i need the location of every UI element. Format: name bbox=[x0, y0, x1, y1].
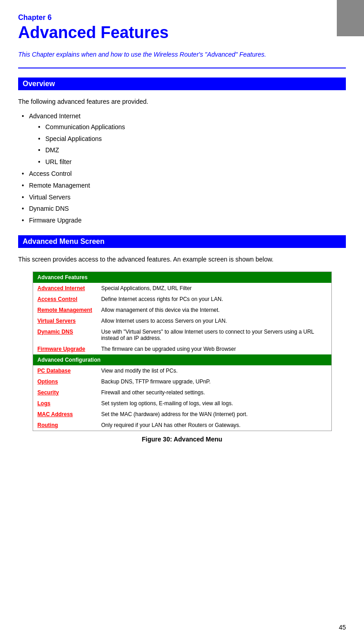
chapter-title: Advanced Features bbox=[18, 24, 346, 42]
list-item: Special Applications bbox=[29, 134, 346, 145]
list-item: Firmware Upgrade bbox=[18, 215, 346, 226]
table-row: Options Backup DNS, TFTP firmware upgrad… bbox=[33, 376, 331, 387]
overview-header: Overview bbox=[18, 78, 346, 90]
menu-desc: Only required if your LAN has other Rout… bbox=[97, 420, 331, 431]
menu-link-pc-database[interactable]: PC Database bbox=[38, 368, 71, 374]
menu-desc: Set system log options, E-mailing of log… bbox=[97, 398, 331, 409]
menu-link-firmware-upgrade[interactable]: Firmware Upgrade bbox=[38, 346, 85, 352]
menu-link-virtual-servers[interactable]: Virtual Servers bbox=[38, 318, 76, 324]
menu-table-wrapper: Advanced Features Advanced Internet Spec… bbox=[18, 272, 346, 431]
menu-desc: View and modify the list of PCs. bbox=[97, 365, 331, 376]
config-subheader: Advanced Configuration bbox=[33, 354, 331, 365]
menu-desc: Define Internet access rights for PCs on… bbox=[97, 294, 331, 305]
chapter-label: Chapter 6 bbox=[18, 14, 346, 22]
table-row: Routing Only required if your LAN has ot… bbox=[33, 420, 331, 431]
menu-link-remote-management[interactable]: Remote Management bbox=[38, 307, 92, 313]
table-row: Advanced Internet Special Applications, … bbox=[33, 283, 331, 294]
menu-desc: Special Applications, DMZ, URL Filter bbox=[97, 283, 331, 294]
corner-decoration bbox=[337, 0, 364, 36]
menu-table: Advanced Features Advanced Internet Spec… bbox=[33, 272, 332, 431]
table-row: Logs Set system log options, E-mailing o… bbox=[33, 398, 331, 409]
list-item: URL filter bbox=[29, 157, 346, 168]
table-row: Access Control Define Internet access ri… bbox=[33, 294, 331, 305]
menu-link-options[interactable]: Options bbox=[38, 378, 58, 385]
list-item: Dynamic DNS bbox=[18, 204, 346, 214]
table-row: Virtual Servers Allow Internet users to … bbox=[33, 315, 331, 326]
table-row: Firmware Upgrade The firmware can be upg… bbox=[33, 344, 331, 354]
menu-desc: Firewall and other security-related sett… bbox=[97, 387, 331, 398]
menu-link-advanced-internet[interactable]: Advanced Internet bbox=[38, 285, 85, 291]
advanced-menu-body: This screen provides access to the advan… bbox=[18, 254, 346, 264]
list-item: Virtual Servers bbox=[18, 192, 346, 203]
menu-link-mac-address[interactable]: MAC Address bbox=[38, 411, 73, 417]
sub-feature-list: Communication Applications Special Appli… bbox=[29, 122, 346, 168]
figure-caption: Figure 30: Advanced Menu bbox=[18, 436, 346, 443]
table-row: Security Firewall and other security-rel… bbox=[33, 387, 331, 398]
table-row: Dynamic DNS Use with "Virtual Servers" t… bbox=[33, 326, 331, 344]
menu-desc: Set the MAC (hardware) address for the W… bbox=[97, 409, 331, 420]
menu-link-access-control[interactable]: Access Control bbox=[38, 296, 78, 302]
overview-body: The following advanced features are prov… bbox=[18, 97, 346, 107]
menu-desc: The firmware can be upgraded using your … bbox=[97, 344, 331, 354]
advanced-menu-header: Advanced Menu Screen bbox=[18, 235, 346, 248]
menu-desc: Backup DNS, TFTP firmware upgrade, UPnP. bbox=[97, 376, 331, 387]
list-item: Communication Applications bbox=[29, 122, 346, 133]
feature-list: Advanced Internet Communication Applicat… bbox=[18, 111, 346, 226]
menu-link-security[interactable]: Security bbox=[38, 389, 59, 396]
list-item: Access Control bbox=[18, 169, 346, 179]
table-row: PC Database View and modify the list of … bbox=[33, 365, 331, 376]
menu-link-routing[interactable]: Routing bbox=[38, 422, 58, 428]
menu-table-title: Advanced Features bbox=[33, 272, 331, 283]
list-item: Advanced Internet Communication Applicat… bbox=[18, 111, 346, 168]
divider bbox=[18, 68, 346, 68]
table-row: MAC Address Set the MAC (hardware) addre… bbox=[33, 409, 331, 420]
menu-desc: Allow management of this device via the … bbox=[97, 305, 331, 315]
list-item: Remote Management bbox=[18, 180, 346, 191]
table-row: Remote Management Allow management of th… bbox=[33, 305, 331, 315]
intro-text: This Chapter explains when and how to us… bbox=[18, 50, 346, 59]
page-number: 45 bbox=[339, 624, 346, 631]
menu-desc: Use with "Virtual Servers" to allow Inte… bbox=[97, 326, 331, 344]
menu-link-dynamic-dns[interactable]: Dynamic DNS bbox=[38, 329, 73, 335]
menu-link-logs[interactable]: Logs bbox=[38, 400, 51, 407]
list-item: DMZ bbox=[29, 145, 346, 156]
menu-desc: Allow Internet users to access Servers o… bbox=[97, 315, 331, 326]
